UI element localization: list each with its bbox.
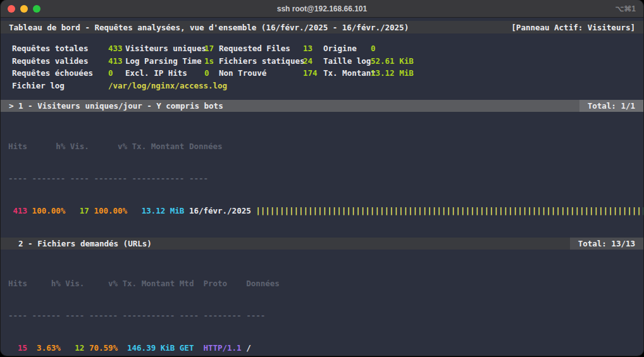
rule: --------: [203, 310, 241, 321]
stat-label: Taille log: [323, 55, 371, 68]
rule: ----: [70, 173, 89, 184]
table-row[interactable]: 413100.00%17100.00%13.12 MiB16/févr./202…: [8, 205, 643, 216]
cell-hpct: 3.63%: [32, 342, 61, 353]
stat-label: Non Trouvé: [219, 67, 303, 80]
cell-vpct: 100.00%: [94, 205, 127, 216]
dashboard-header: Tableau de bord - Requêtes analysées, vu…: [1, 21, 643, 33]
goaccess-terminal[interactable]: Tableau de bord - Requêtes analysées, vu…: [1, 18, 643, 354]
stat-value: 52.61 KiB: [371, 55, 643, 68]
col-hits: Hits: [8, 141, 27, 152]
panel1-header-rule: -------------------------------------: [8, 173, 643, 184]
stat-value: 0: [204, 67, 219, 80]
stat-value: 413: [108, 55, 125, 68]
cell-hits: 15: [8, 342, 27, 353]
rule: ----: [8, 173, 27, 184]
panel1-table: Hitsh%Vis.v%Tx. MontantDonnées ---------…: [1, 119, 643, 238]
rule: ----: [8, 310, 27, 321]
rule: -------: [94, 173, 127, 184]
stat-value: 24: [303, 55, 323, 68]
panel2-header[interactable]: 2 - Fichiers demandés (URLs) Total: 13/1…: [1, 238, 643, 250]
zoom-button[interactable]: [33, 5, 40, 13]
rule: ----: [246, 310, 265, 321]
stat-label: Visiteurs uniques: [125, 42, 204, 55]
window-shortcut-badge: ⌥⌘1: [615, 4, 636, 13]
panel1-total: Total: 1/1: [579, 100, 643, 112]
cell-hits: 413: [8, 205, 27, 216]
cell-tx: 146.39 KiB: [123, 342, 175, 353]
rule: ----: [65, 310, 84, 321]
close-button[interactable]: [8, 5, 15, 13]
terminal-window: ssh root@192.168.66.101 ⌥⌘1 Tableau de b…: [1, 0, 643, 356]
stat-label: Tx. Montant: [323, 67, 371, 80]
stat-value: 433: [108, 42, 125, 55]
col-vpct: v%: [94, 141, 127, 152]
col-mtd: Mtd: [180, 278, 199, 289]
overview-panel: Requêtes totales433Visiteurs uniques17Re…: [1, 42, 643, 92]
panel2-title: 2 - Fichiers demandés (URLs): [9, 238, 152, 249]
cell-vpct: 70.59%: [89, 342, 118, 353]
col-data: Données: [246, 278, 280, 289]
panel2-table: Hitsh%Vis.v%Tx. MontantMtdProtoDonnées -…: [1, 257, 643, 356]
panel2-column-headers: Hitsh%Vis.v%Tx. MontantMtdProtoDonnées: [8, 278, 643, 289]
panel1-title: > 1 - Visiteurs uniques/jour - Y compris…: [9, 100, 223, 111]
rule: ----: [189, 173, 208, 184]
col-tx: Tx. Montant: [123, 278, 175, 289]
stat-value: 1s: [204, 55, 219, 68]
col-hits: Hits: [8, 278, 27, 289]
titlebar: ssh root@192.168.66.101 ⌥⌘1: [1, 0, 643, 18]
stat-value: 13: [303, 42, 323, 55]
cell-url: /: [246, 342, 251, 353]
cell-vis: 17: [70, 205, 89, 216]
col-vpct: v%: [89, 278, 118, 289]
log-file-label: Fichier log: [12, 80, 108, 92]
active-panel-indicator: [Panneau Actif: Visiteurs]: [503, 21, 643, 33]
col-data: Données: [189, 141, 223, 152]
histogram-bars: ||||||||||||||||||||||||||||||||||||||||…: [256, 205, 643, 216]
window-title: ssh root@192.168.66.101: [1, 4, 643, 13]
rule: -----------: [132, 173, 185, 184]
cell-method: GET: [180, 342, 199, 353]
col-hpct: h%: [32, 141, 66, 152]
panel1-column-headers: Hitsh%Vis.v%Tx. MontantDonnées: [8, 141, 643, 152]
stat-value: 0: [108, 67, 125, 80]
minimize-button[interactable]: [20, 5, 28, 13]
stat-label: Origine: [323, 42, 371, 55]
stat-label: Requêtes valides: [12, 55, 108, 68]
panel1-header[interactable]: > 1 - Visiteurs uniques/jour - Y compris…: [1, 100, 643, 112]
col-vis: Vis.: [65, 278, 84, 289]
stat-label: Fichiers statiques: [219, 55, 303, 68]
stat-label: Log Parsing Time: [125, 55, 204, 68]
col-vis: Vis.: [70, 141, 89, 152]
traffic-lights: [8, 5, 40, 13]
col-tx: Tx. Montant: [132, 141, 185, 152]
cell-vis: 12: [65, 342, 84, 353]
panel2-header-rule: ----------------------------------------…: [8, 310, 643, 321]
stat-value: 174: [303, 67, 323, 80]
rule: ------: [89, 310, 118, 321]
stat-value: 13.12 MiB: [371, 67, 643, 80]
rule: -----------: [123, 310, 175, 321]
rule: -------: [32, 173, 66, 184]
col-hpct: h%: [32, 278, 61, 289]
rule: ----: [180, 310, 199, 321]
cell-tx: 13.12 MiB: [132, 205, 185, 216]
stat-value: 0: [371, 42, 643, 55]
cell-protocol: HTTP/1.1: [203, 342, 241, 353]
dashboard-title: Tableau de bord - Requêtes analysées, vu…: [9, 22, 409, 33]
panel2-total: Total: 13/13: [570, 238, 643, 250]
col-proto: Proto: [203, 278, 241, 289]
stat-label: Requêtes totales: [12, 42, 108, 55]
log-file-path: /var/log/nginx/access.log: [108, 80, 643, 92]
cell-date: 16/févr./2025: [189, 205, 251, 216]
stat-label: Requested Files: [219, 42, 303, 55]
cell-hpct: 100.00%: [32, 205, 66, 216]
stat-label: Excl. IP Hits: [125, 67, 204, 80]
stat-label: Requêtes échouées: [12, 67, 108, 80]
stat-value: 17: [204, 42, 219, 55]
rule: ------: [32, 310, 61, 321]
table-row[interactable]: 153.63%1270.59%146.39 KiBGETHTTP/1.1/: [8, 342, 643, 353]
